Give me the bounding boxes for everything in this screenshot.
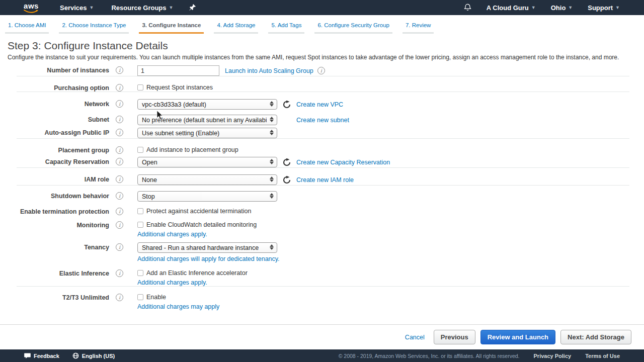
terms-of-use-link[interactable]: Terms of Use bbox=[585, 353, 620, 359]
configure-instance-form: Number of instances i Launch into Auto S… bbox=[0, 65, 644, 310]
info-icon[interactable]: i bbox=[116, 221, 123, 229]
review-and-launch-button[interactable]: Review and Launch bbox=[480, 330, 555, 344]
region-menu[interactable]: Ohio ▼ bbox=[551, 4, 573, 12]
refresh-icon[interactable] bbox=[283, 158, 291, 166]
tab-add-tags[interactable]: 5. Add Tags bbox=[268, 22, 304, 34]
network-select[interactable]: vpc-cb3d33a3 (default) bbox=[137, 99, 277, 110]
subnet-select[interactable]: No preference (default subnet in any Ava… bbox=[137, 115, 277, 125]
iam-role-row: IAM role i None Create new IAM role bbox=[8, 174, 644, 185]
field-label: T2/T3 Unlimited bbox=[8, 293, 109, 301]
create-new-subnet-link[interactable]: Create new subnet bbox=[296, 117, 349, 124]
info-icon[interactable]: i bbox=[116, 192, 123, 200]
purchasing-option-row: Purchasing option i Request Spot instanc… bbox=[8, 83, 644, 92]
placement-group-checkbox[interactable] bbox=[137, 147, 143, 153]
select-value: None bbox=[142, 176, 157, 184]
auto-assign-public-ip-row: Auto-assign Public IP i Use subnet setti… bbox=[8, 128, 644, 138]
feedback-label: Feedback bbox=[34, 353, 59, 359]
create-new-iam-role-link[interactable]: Create new IAM role bbox=[296, 176, 354, 184]
termination-protection-checkbox[interactable] bbox=[137, 208, 143, 214]
select-stepper-icon bbox=[270, 117, 274, 122]
privacy-policy-link[interactable]: Privacy Policy bbox=[534, 353, 572, 359]
info-icon[interactable]: i bbox=[116, 175, 123, 183]
monitoring-charges-link[interactable]: Additional charges apply. bbox=[137, 231, 257, 238]
resource-groups-menu[interactable]: Resource Groups ▼ bbox=[111, 4, 173, 12]
info-icon[interactable]: i bbox=[116, 243, 123, 251]
info-icon[interactable]: i bbox=[116, 116, 123, 123]
language-selector[interactable]: English (US) bbox=[72, 352, 115, 359]
chevron-down-icon: ▼ bbox=[568, 5, 573, 10]
info-icon[interactable]: i bbox=[116, 146, 123, 154]
speech-bubble-icon bbox=[24, 352, 31, 359]
chevron-down-icon: ▼ bbox=[531, 5, 536, 10]
elastic-inference-charges-link[interactable]: Additional charges apply. bbox=[137, 279, 248, 286]
info-icon[interactable]: i bbox=[116, 129, 123, 136]
tab-add-storage[interactable]: 4. Add Storage bbox=[214, 22, 258, 34]
resource-groups-menu-label: Resource Groups bbox=[111, 4, 166, 12]
previous-button[interactable]: Previous bbox=[434, 330, 475, 344]
network-row: Network i vpc-cb3d33a3 (default) Create … bbox=[8, 99, 644, 110]
number-of-instances-input[interactable] bbox=[137, 65, 219, 76]
placement-group-row: Placement group i Add instance to placem… bbox=[8, 145, 644, 154]
services-menu[interactable]: Services ▼ bbox=[60, 4, 94, 12]
field-label: Auto-assign Public IP bbox=[8, 128, 109, 136]
t2t3-enable-checkbox[interactable] bbox=[137, 294, 143, 300]
copyright-text: © 2008 - 2019, Amazon Web Services, Inc.… bbox=[339, 353, 520, 359]
elastic-inference-checkbox[interactable] bbox=[137, 270, 143, 276]
aws-logo[interactable]: aws bbox=[24, 2, 39, 14]
pin-icon[interactable] bbox=[189, 4, 196, 11]
info-icon[interactable]: i bbox=[116, 269, 123, 277]
info-icon[interactable]: i bbox=[116, 208, 123, 215]
select-value: No preference (default subnet in any Ava… bbox=[142, 117, 267, 124]
section-divider bbox=[17, 92, 629, 92]
create-new-capacity-reservation-link[interactable]: Create new Capacity Reservation bbox=[296, 159, 390, 166]
select-stepper-icon bbox=[270, 159, 274, 164]
request-spot-instances-checkbox[interactable] bbox=[137, 84, 143, 90]
tab-configure-security-group[interactable]: 6. Configure Security Group bbox=[314, 22, 392, 34]
select-value: Open bbox=[142, 159, 157, 166]
info-icon[interactable]: i bbox=[317, 67, 325, 74]
select-value: Use subnet setting (Enable) bbox=[142, 130, 219, 137]
select-stepper-icon bbox=[270, 101, 274, 107]
launch-auto-scaling-link[interactable]: Launch into Auto Scaling Group bbox=[225, 67, 313, 74]
capacity-reservation-select[interactable]: Open bbox=[137, 157, 277, 167]
tenancy-charges-link[interactable]: Additional charges will apply for dedica… bbox=[137, 255, 280, 262]
info-icon[interactable]: i bbox=[116, 84, 123, 92]
refresh-icon[interactable] bbox=[283, 176, 291, 184]
info-icon[interactable]: i bbox=[116, 66, 123, 74]
tab-choose-ami[interactable]: 1. Choose AMI bbox=[5, 22, 49, 34]
shutdown-behavior-row: Shutdown behavior i Stop bbox=[8, 191, 644, 202]
info-icon[interactable]: i bbox=[116, 100, 123, 108]
notifications-bell-icon[interactable] bbox=[464, 4, 471, 12]
monitoring-checkbox[interactable] bbox=[137, 222, 143, 228]
checkbox-label: Request Spot instances bbox=[146, 84, 213, 91]
feedback-button[interactable]: Feedback bbox=[24, 352, 59, 359]
wizard-action-bar: Cancel Previous Review and Launch Next: … bbox=[0, 324, 644, 349]
tab-configure-instance[interactable]: 3. Configure Instance bbox=[139, 22, 204, 34]
chevron-down-icon: ▼ bbox=[90, 5, 94, 10]
info-icon[interactable]: i bbox=[116, 294, 123, 301]
field-label: Number of instances bbox=[8, 65, 109, 74]
cancel-button[interactable]: Cancel bbox=[405, 334, 425, 341]
info-icon[interactable]: i bbox=[116, 158, 123, 165]
account-menu[interactable]: A Cloud Guru ▼ bbox=[487, 4, 536, 12]
checkbox-label: Enable CloudWatch detailed monitoring bbox=[146, 221, 257, 228]
support-menu[interactable]: Support ▼ bbox=[588, 4, 620, 12]
refresh-icon[interactable] bbox=[283, 101, 291, 109]
checkbox-label: Add instance to placement group bbox=[146, 146, 238, 153]
top-navigation-bar: aws Services ▼ Resource Groups ▼ A Cloud… bbox=[0, 0, 644, 15]
shutdown-behavior-select[interactable]: Stop bbox=[137, 191, 277, 202]
page-description: Configure the instance to suit your requ… bbox=[8, 54, 636, 61]
checkbox-label: Add an Elastic Inference accelerator bbox=[146, 269, 248, 277]
tenancy-select[interactable]: Shared - Run a shared hardware instance bbox=[137, 242, 277, 253]
next-add-storage-button[interactable]: Next: Add Storage bbox=[560, 330, 631, 344]
chevron-down-icon: ▼ bbox=[169, 5, 174, 10]
tab-choose-instance-type[interactable]: 2. Choose Instance Type bbox=[59, 22, 129, 34]
create-new-vpc-link[interactable]: Create new VPC bbox=[296, 101, 343, 108]
field-label: Enable termination protection bbox=[8, 207, 109, 215]
number-of-instances-row: Number of instances i Launch into Auto S… bbox=[8, 65, 644, 76]
t2t3-charges-link[interactable]: Additional charges may apply bbox=[137, 303, 219, 310]
auto-assign-public-ip-select[interactable]: Use subnet setting (Enable) bbox=[137, 128, 277, 138]
iam-role-select[interactable]: None bbox=[137, 174, 277, 185]
checkbox-label: Enable bbox=[146, 294, 166, 301]
tab-review[interactable]: 7. Review bbox=[403, 22, 434, 34]
